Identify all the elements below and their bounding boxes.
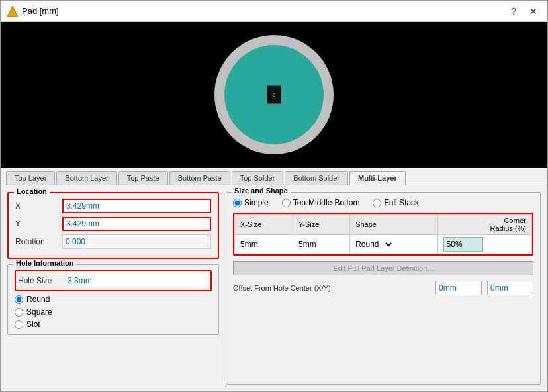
hole-size-row: Hole Size bbox=[15, 270, 212, 291]
layer-tabs: Top Layer Bottom Layer Top Paste Bottom … bbox=[1, 168, 547, 185]
full-stack-label: Full Stack bbox=[384, 198, 419, 207]
title-bar-controls: ? ✕ bbox=[508, 5, 541, 18]
radio-round-label: Round bbox=[26, 295, 50, 304]
tab-top-paste[interactable]: Top Paste bbox=[118, 171, 168, 185]
tab-bottom-solder[interactable]: Bottom Solder bbox=[285, 171, 348, 185]
tab-bottom-layer[interactable]: Bottom Layer bbox=[56, 171, 116, 185]
pad-hole-label: 0 bbox=[273, 92, 275, 98]
tab-top-solder[interactable]: Top Solder bbox=[232, 171, 284, 185]
col-corner-radius: CornerRadius (%) bbox=[437, 215, 531, 235]
radio-top-middle-bottom[interactable] bbox=[282, 199, 291, 207]
size-shape-group: Size and Shape Simple Top-Middle-Bottom … bbox=[226, 192, 541, 385]
close-button[interactable]: ✕ bbox=[526, 5, 541, 18]
hole-shape-group: Round Square Slot bbox=[15, 295, 212, 329]
y-label: Y bbox=[15, 219, 58, 228]
radio-slot[interactable] bbox=[15, 320, 23, 329]
help-button[interactable]: ? bbox=[508, 5, 520, 18]
tab-top-layer[interactable]: Top Layer bbox=[6, 171, 55, 185]
simple-option: Simple bbox=[233, 198, 269, 207]
shape-dropdown[interactable]: Round Square Oval bbox=[381, 237, 394, 252]
top-middle-bottom-option: Top-Middle-Bottom bbox=[282, 198, 360, 207]
x-label: X bbox=[15, 201, 58, 211]
radio-square-row: Square bbox=[15, 307, 212, 317]
cell-x-size: 5mm bbox=[235, 235, 293, 254]
y-row: Y bbox=[15, 217, 211, 231]
tab-multi-layer[interactable]: Multi-Layer bbox=[349, 171, 406, 185]
y-input[interactable] bbox=[62, 217, 211, 231]
location-group-label: Location bbox=[14, 187, 50, 195]
cell-shape: Round Round Square Oval bbox=[350, 235, 437, 254]
pad-hole: 0 bbox=[267, 85, 281, 104]
tab-bottom-paste[interactable]: Bottom Paste bbox=[169, 171, 230, 185]
rotation-input[interactable] bbox=[62, 234, 211, 249]
hole-size-label: Hole Size bbox=[18, 276, 61, 285]
simple-label: Simple bbox=[244, 198, 269, 207]
title-bar: Pad [mm] ? ✕ bbox=[1, 1, 547, 22]
main-window: Pad [mm] ? ✕ 0 Top Layer Bottom Layer To… bbox=[0, 0, 548, 392]
top-middle-bottom-label: Top-Middle-Bottom bbox=[293, 198, 360, 207]
offset-row: Offset From Hole Center (X/Y) bbox=[233, 281, 533, 295]
table-row: 5mm 5mm Round Round Square Oval bbox=[235, 235, 532, 254]
radio-round-row: Round bbox=[15, 295, 212, 304]
full-stack-option: Full Stack bbox=[373, 198, 419, 207]
shape-mode-row: Simple Top-Middle-Bottom Full Stack bbox=[233, 198, 533, 207]
main-content: Location X Y Rotation Hole Information bbox=[1, 185, 547, 391]
left-panel: Location X Y Rotation Hole Information bbox=[7, 192, 219, 385]
window-title: Pad [mm] bbox=[22, 6, 59, 16]
radio-slot-label: Slot bbox=[26, 320, 40, 329]
shape-select-container: Round Round Square Oval bbox=[355, 237, 432, 252]
x-row: X bbox=[15, 199, 211, 213]
offset-x-input[interactable] bbox=[435, 281, 482, 295]
offset-label: Offset From Hole Center (X/Y) bbox=[233, 284, 430, 292]
title-bar-left: Pad [mm] bbox=[7, 6, 59, 17]
edit-full-pad-button[interactable]: Edit Full Pad Layer Definition... bbox=[233, 261, 533, 275]
radio-square-label: Square bbox=[26, 307, 52, 317]
col-x-size: X-Size bbox=[235, 215, 293, 235]
pad-preview: 0 bbox=[1, 22, 547, 168]
col-shape: Shape bbox=[350, 215, 437, 235]
size-shape-table: X-Size Y-Size Shape CornerRadius (%) 5mm… bbox=[234, 214, 532, 254]
size-shape-group-label: Size and Shape bbox=[232, 187, 291, 195]
hole-size-input[interactable] bbox=[65, 273, 208, 288]
radio-square[interactable] bbox=[15, 308, 23, 317]
cell-y-size: 5mm bbox=[293, 235, 349, 254]
corner-radius-input[interactable] bbox=[443, 237, 483, 252]
radio-full-stack[interactable] bbox=[373, 199, 381, 207]
radio-round[interactable] bbox=[15, 295, 23, 304]
rotation-row: Rotation bbox=[15, 234, 211, 249]
pad-visual: 0 bbox=[214, 35, 334, 154]
radio-simple[interactable] bbox=[233, 199, 242, 207]
pad-icon bbox=[7, 6, 18, 17]
shape-value: Round bbox=[355, 240, 379, 249]
col-y-size: Y-Size bbox=[293, 215, 349, 235]
svg-marker-0 bbox=[7, 6, 18, 17]
hole-info-label: Hole Information bbox=[13, 259, 76, 267]
radio-slot-row: Slot bbox=[15, 320, 212, 329]
cell-corner-radius bbox=[437, 235, 531, 254]
hole-info-group: Hole Information Hole Size Round Square bbox=[7, 264, 219, 335]
right-panel: Size and Shape Simple Top-Middle-Bottom … bbox=[226, 192, 541, 385]
offset-y-input[interactable] bbox=[487, 281, 533, 295]
x-input[interactable] bbox=[62, 199, 211, 213]
rotation-label: Rotation bbox=[15, 237, 58, 246]
location-group: Location X Y Rotation bbox=[7, 192, 219, 259]
size-shape-table-container: X-Size Y-Size Shape CornerRadius (%) 5mm… bbox=[233, 213, 533, 256]
